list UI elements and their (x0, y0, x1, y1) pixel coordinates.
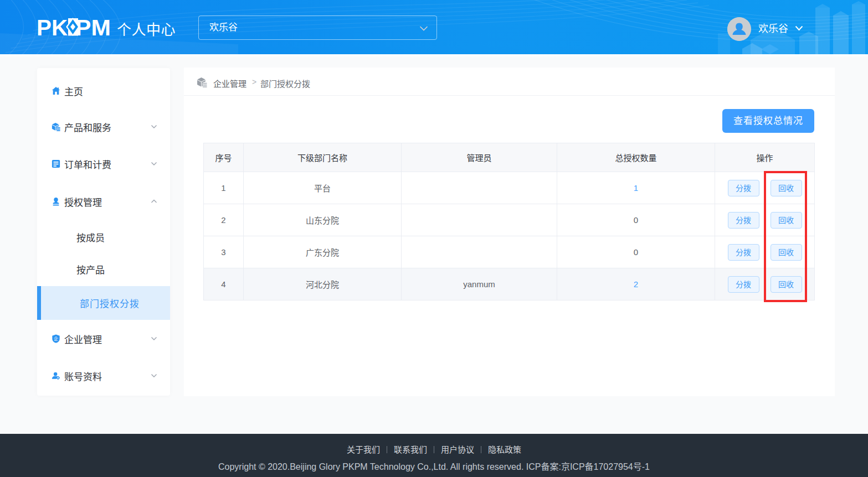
svg-text:企: 企 (54, 336, 58, 341)
svg-text:PK: PK (37, 15, 68, 40)
svg-text:PM: PM (75, 15, 111, 40)
